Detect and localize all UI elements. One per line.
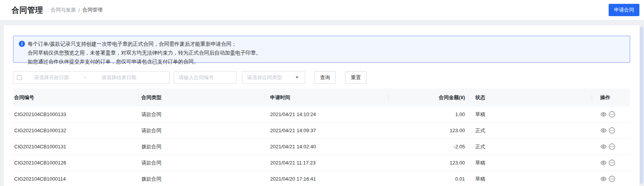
table-row: CIG202104CB1000133请款合同2021/04/21 14:10:2… — [13, 106, 630, 123]
contract-no-cell: CIG202104CB1000114 — [13, 176, 138, 182]
apply-contract-button[interactable]: 申请合同 — [609, 4, 639, 16]
view-icon[interactable] — [600, 143, 607, 150]
contract-no-cell: CIG202104CB1000126 — [13, 160, 138, 166]
contract-type-select[interactable]: 请选择合同类型 — [242, 71, 305, 84]
apply-time-cell: 2021/04/21 14:10:24 — [265, 111, 388, 117]
breadcrumb-parent[interactable]: 合同与发票 — [51, 7, 76, 13]
contract-no-input[interactable] — [174, 71, 237, 84]
contract-type-placeholder: 请选择合同类型 — [247, 74, 282, 81]
contract-type-cell: 请款合同 — [138, 159, 265, 166]
more-actions-icon[interactable] — [609, 159, 615, 166]
header-separator — [265, 94, 266, 101]
more-actions-icon[interactable] — [609, 176, 615, 182]
contract-no-cell: CIG202104CB1000132 — [13, 128, 138, 133]
search-button[interactable]: 查询 — [314, 71, 336, 84]
alert-text: 每个订单/拨款记录只支持创建一次带电子章的正式合同，合同需作废后才能重新申请合同… — [28, 40, 261, 66]
scrollbar-thumb[interactable] — [640, 27, 643, 184]
col-header-status: 状态 — [468, 94, 592, 101]
amount-cell: 123.00 — [388, 128, 468, 133]
amount-cell: 123.00 — [388, 160, 468, 166]
actions-cell — [592, 111, 630, 118]
header-separator — [592, 94, 592, 101]
view-icon[interactable] — [600, 127, 607, 134]
status-badge: 正式 — [468, 127, 592, 134]
header-separator — [388, 94, 388, 101]
breadcrumb-current: 合同管理 — [83, 7, 103, 13]
breadcrumb: 合同与发票 / 合同管理 — [51, 7, 103, 13]
col-header-actions: 操作 — [592, 94, 630, 101]
more-actions-icon[interactable] — [609, 111, 615, 118]
date-range-picker[interactable]: ~ — [13, 71, 170, 84]
table-header: 合同编号 合同类型 申请时间 合同金额(¥) 状态 操作 — [13, 88, 630, 106]
actions-cell — [592, 143, 630, 150]
status-badge: 草稿 — [468, 159, 592, 166]
content-card: 每个订单/拨款记录只支持创建一次带电子章的正式合同，合同需作废后才能重新申请合同… — [4, 25, 639, 186]
amount-cell: -2.05 — [388, 144, 468, 149]
calendar-icon — [17, 75, 22, 80]
amount-cell: 1.00 — [388, 111, 468, 117]
actions-cell — [592, 159, 630, 166]
view-icon[interactable] — [600, 176, 607, 182]
col-header-apply-time: 申请时间 — [265, 94, 388, 101]
col-header-type: 合同类型 — [138, 94, 265, 101]
actions-cell — [592, 176, 630, 182]
reset-button[interactable]: 重置 — [345, 71, 367, 84]
info-icon — [19, 41, 25, 47]
breadcrumb-separator: / — [78, 7, 80, 13]
more-actions-icon[interactable] — [609, 127, 615, 134]
table-body: CIG202104CB1000133请款合同2021/04/21 14:10:2… — [13, 106, 630, 186]
contract-type-cell: 请款合同 — [138, 127, 265, 134]
page-title: 合同管理 — [12, 5, 43, 15]
apply-time-cell: 2021/04/20 17:16:41 — [265, 176, 388, 182]
view-icon[interactable] — [600, 111, 607, 118]
chevron-down-icon — [295, 76, 299, 78]
contract-type-cell: 拨款合同 — [138, 143, 265, 150]
top-bar: 合同管理 合同与发票 / 合同管理 申请合同 — [0, 0, 644, 20]
contract-type-cell: 请款合同 — [138, 111, 265, 118]
contract-no-cell: CIG202104CB1000131 — [13, 144, 138, 149]
contract-type-cell: 拨款合同 — [138, 176, 265, 183]
table-row: CIG202104CB1000114拨款合同2021/04/20 17:16:4… — [13, 171, 630, 186]
status-badge: 草稿 — [468, 176, 592, 183]
amount-cell: 0.01 — [388, 176, 468, 182]
contracts-table: 合同编号 合同类型 申请时间 合同金额(¥) 状态 操作 CIG202104CB… — [13, 88, 630, 186]
status-badge: 正式 — [468, 143, 592, 150]
table-row: CIG202104CB1000126请款合同2021/04/21 11:17:2… — [13, 155, 630, 171]
info-alert: 每个订单/拨款记录只支持创建一次带电子章的正式合同，合同需作废后才能重新申请合同… — [13, 36, 630, 63]
apply-time-cell: 2021/04/21 14:09:37 — [265, 128, 388, 133]
alert-line: 合同草稿仅供您预览之用，未签署盖章，对双方均无法律约束力，转为正式合同后自动加盖… — [28, 48, 261, 57]
alert-line: 如您通过合作伙伴提交并支付的订单，您仅可申请包含已支付订单的合同。 — [28, 57, 261, 66]
col-header-amount: 合同金额(¥) — [388, 94, 468, 101]
filter-bar: ~ 请选择合同类型 查询 重置 — [13, 71, 630, 84]
view-icon[interactable] — [600, 159, 607, 166]
status-badge: 草稿 — [468, 111, 592, 118]
col-header-contract-no: 合同编号 — [13, 94, 138, 101]
date-range-separator: ~ — [81, 75, 90, 80]
alert-line: 每个订单/拨款记录只支持创建一次带电子章的正式合同，合同需作废后才能重新申请合同… — [28, 40, 261, 48]
end-date-input[interactable] — [90, 75, 148, 80]
table-row: CIG202104CB1000131拨款合同2021/04/21 14:02:4… — [13, 139, 630, 155]
apply-time-cell: 2021/04/21 11:17:23 — [265, 160, 388, 166]
start-date-input[interactable] — [22, 75, 81, 80]
header-separator — [468, 94, 468, 101]
table-row: CIG202104CB1000132请款合同2021/04/21 14:09:3… — [13, 123, 630, 139]
apply-time-cell: 2021/04/21 14:02:40 — [265, 144, 388, 149]
actions-cell — [592, 127, 630, 134]
header-separator — [138, 94, 139, 101]
contract-no-cell: CIG202104CB1000133 — [13, 111, 138, 117]
more-actions-icon[interactable] — [609, 143, 615, 150]
